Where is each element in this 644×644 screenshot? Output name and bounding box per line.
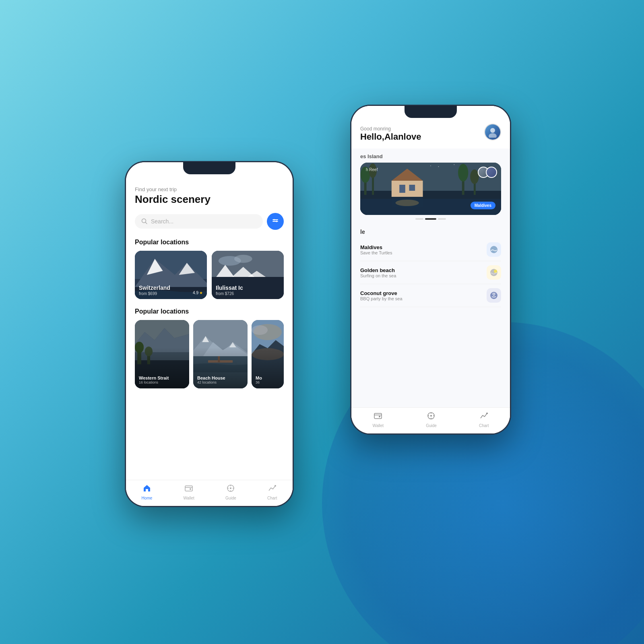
western-strait-card[interactable]: Western Strait 16 locations [135,320,189,388]
svg-point-35 [273,219,275,221]
ilulissat-card[interactable]: Ilulissat Ic from $726 [212,251,284,299]
chart-label: Chart [267,496,277,500]
activity-sub-2: BBQ party by the sea [360,296,482,301]
activity-item-0[interactable]: Maldives Save the Turtles [360,238,501,261]
activity-icon-2 [487,288,501,303]
phone-1: Find your next trip Nordic scenery Searc… [125,161,294,507]
search-input-wrap[interactable]: Search... [135,214,263,229]
wallet-label: Wallet [183,496,194,500]
phone-2-inner: Good monring Hello,Alanlove es Island [351,106,510,433]
featured-badge[interactable]: Maldives [471,202,495,209]
svg-point-1 [489,133,497,138]
scroll-indicator [360,218,501,220]
wallet-icon-2 [374,411,382,422]
ilulissat-name: Ilulissat Ic [216,285,243,291]
western-strait-label: Western Strait 16 locations [139,376,169,384]
beach-house-sub: 42 locations [197,380,225,384]
phones-container: Good monring Hello,Alanlove es Island [101,80,543,564]
svg-point-23 [490,246,497,253]
switzerland-info: Switzerland from $699 [139,285,170,296]
mo-name: Mo [256,376,262,380]
guide-icon-2 [427,411,436,422]
nav-wallet[interactable]: Wallet [183,484,194,500]
home-label: Home [142,496,153,500]
ilulissat-info: Ilulissat Ic from $726 [216,285,243,296]
beach-house-card[interactable]: Beach House 42 locations [193,320,248,388]
ilulissat-price: from $726 [216,291,243,296]
wallet-label-2: Wallet [373,423,384,428]
western-strait-name: Western Strait [139,376,169,380]
switzerland-card[interactable]: Switzerland from $699 4.9 ★ [135,251,207,299]
chart-icon [268,484,277,495]
svg-point-0 [490,128,495,133]
switzerland-name: Switzerland [139,285,170,291]
svg-rect-27 [374,413,382,419]
rating-value: 4.9 [193,291,198,295]
activity-text-2: Coconut grove BBQ party by the sea [360,290,482,301]
nav-home[interactable]: Home [142,484,153,500]
dot-2 [425,218,436,220]
screen-1-content: Find your next trip Nordic scenery Searc… [126,178,293,482]
activity-section-label: le [351,229,510,238]
switzerland-price: from $699 [139,291,170,296]
activity-item-1[interactable]: Golden beach Surfing on the sea [360,261,501,284]
filter-button[interactable] [267,213,284,230]
search-bar: Search... [135,213,284,230]
phone-2-bottom-nav: Wallet Guide Chart [351,407,510,433]
svg-rect-12 [409,185,415,191]
activity-text-1: Golden beach Surfing on the sea [360,267,482,278]
featured-card[interactable]: h Reef Maldives [360,163,501,215]
svg-point-30 [430,415,432,417]
popular-title-2: Popular locations [135,308,284,315]
screen-1: Find your next trip Nordic scenery Searc… [126,162,293,506]
search-icon [141,218,148,225]
mo-sub: 36 [256,380,262,384]
screen-2: Good monring Hello,Alanlove es Island [351,106,510,433]
featured-section: es Island [351,149,510,229]
featured-subtitle: es Island [360,153,501,159]
find-trip-label: Find your next trip [135,186,284,192]
beach-house-label: Beach House 42 locations [197,376,225,384]
svg-point-46 [234,255,252,263]
svg-point-16 [458,164,468,182]
dot-1 [415,218,423,220]
western-strait-sub: 16 locations [139,380,169,384]
nordic-title: Nordic scenery [135,193,284,206]
svg-point-36 [276,221,277,222]
popular-title-1: Popular locations [135,239,284,246]
guide-label-2: Guide [426,423,437,428]
activity-sub-1: Surfing on the sea [360,273,482,278]
activity-list: Maldives Save the Turtles Golden beach S… [351,238,510,307]
svg-point-25 [494,270,497,273]
mo-card[interactable]: Mo 36 [252,320,284,388]
activity-text-0: Maldives Save the Turtles [360,244,482,255]
avatar-image [485,124,500,140]
svg-point-31 [486,413,488,414]
nav-wallet-2[interactable]: Wallet [373,411,384,428]
phone-2: Good monring Hello,Alanlove es Island [350,105,511,435]
svg-point-19 [438,166,439,167]
activity-item-2[interactable]: Coconut grove BBQ party by the sea [360,284,501,307]
nav-guide-2[interactable]: Guide [426,411,437,428]
nav-chart-2[interactable]: Chart [479,411,489,428]
featured-card-avatars [478,167,497,178]
star-icon: ★ [199,291,203,295]
dot-3 [438,218,446,220]
svg-point-76 [190,488,191,490]
nav-chart[interactable]: Chart [267,484,277,500]
activity-icon-0 [487,242,501,257]
activity-icon-1 [487,265,501,280]
svg-point-78 [230,487,231,489]
screen-1-header: Find your next trip Nordic scenery [135,186,284,206]
search-placeholder: Search... [151,218,173,225]
avatar[interactable] [484,124,501,140]
nav-guide[interactable]: Guide [225,484,236,500]
activity-name-0: Maldives [360,244,482,250]
svg-point-21 [430,165,431,166]
phone-1-notch [183,162,235,174]
feat-avatar-2 [486,167,497,178]
svg-point-79 [275,485,276,487]
home-icon [142,484,151,495]
locations-grid: Western Strait 16 locations [135,320,284,388]
svg-point-14 [396,200,419,206]
